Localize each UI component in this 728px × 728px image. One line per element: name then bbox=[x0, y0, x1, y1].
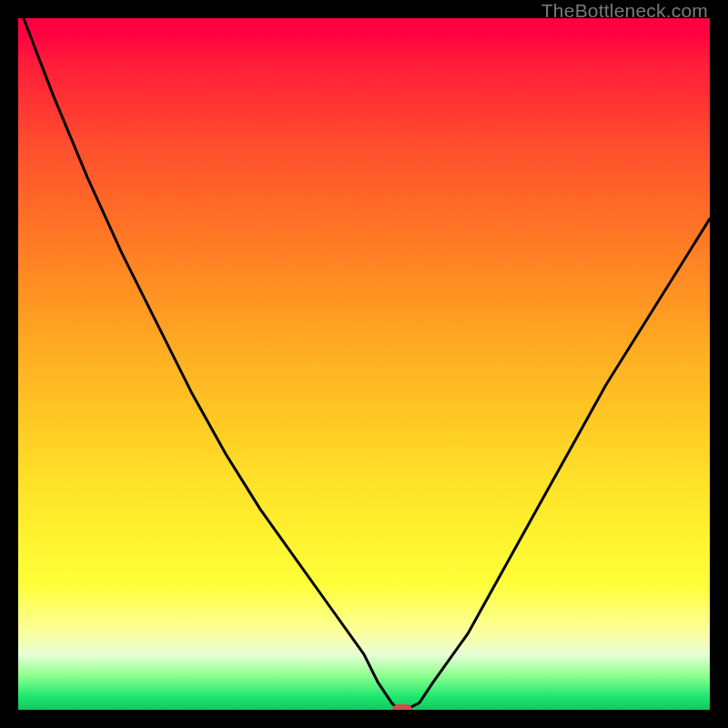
plot-area bbox=[18, 18, 710, 710]
optimum-marker bbox=[392, 704, 412, 710]
curve-svg bbox=[18, 18, 710, 710]
chart-frame: TheBottleneck.com bbox=[0, 0, 728, 728]
bottleneck-curve bbox=[18, 18, 710, 710]
